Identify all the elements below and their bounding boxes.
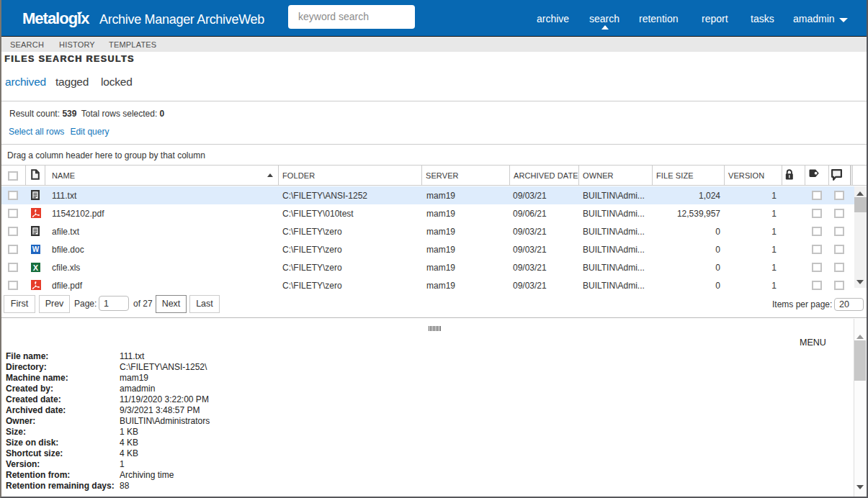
svg-text:X: X xyxy=(33,263,39,272)
svg-text:W: W xyxy=(32,245,40,253)
